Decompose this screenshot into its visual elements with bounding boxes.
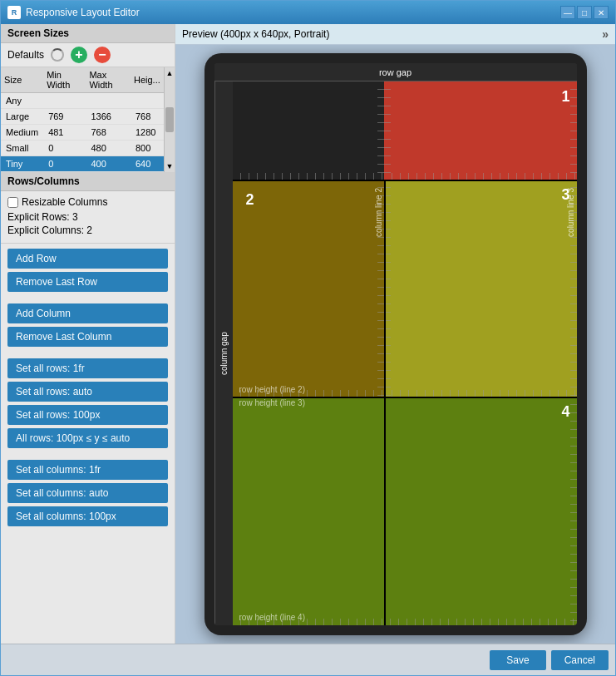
col-min-width[interactable]: Min Width: [43, 67, 86, 93]
preview-header: Preview (400px x 640px, Portrait) »: [175, 24, 615, 45]
remove-size-button[interactable]: −: [94, 47, 111, 63]
row-height-line3-label: row height (line 3): [239, 398, 305, 407]
bottom-ruler-cell4: [233, 619, 577, 625]
col-gap-bar: column gap: [214, 81, 233, 625]
col-line-2-label: column line 2: [374, 188, 383, 237]
cancel-button[interactable]: Cancel: [551, 650, 609, 670]
remove-last-row-button[interactable]: Remove Last Row: [7, 272, 168, 292]
screen-sizes-header: Screen Sizes: [1, 24, 175, 43]
right-ruler-cell4: [570, 397, 577, 625]
set-rows-auto-button[interactable]: Set all rows: auto: [7, 382, 168, 402]
save-button[interactable]: Save: [490, 650, 545, 670]
row-gap-bar: row gap: [214, 63, 577, 81]
set-rows-1fr-button[interactable]: Set all rows: 1fr: [7, 358, 168, 378]
table-row[interactable]: Tiny0400640: [1, 156, 164, 172]
resizable-columns-row: Resizable Columns: [7, 196, 168, 208]
scroll-thumb[interactable]: [165, 107, 174, 132]
explicit-columns-text: Explicit Columns: 2: [7, 225, 168, 236]
screen-sizes-table: Size Min Width Max Width Heig... AnyLarg…: [1, 67, 164, 172]
col-height[interactable]: Heig...: [131, 67, 164, 93]
defaults-label: Defaults: [7, 49, 44, 61]
bottom-ruler-cell3: [384, 390, 577, 397]
app-icon: R: [7, 6, 21, 19]
screen-inner: row gap column gap: [214, 63, 577, 625]
set-cols-100px-button[interactable]: Set all columns: 100px: [7, 506, 168, 526]
left-panel: Screen Sizes Defaults + − Size Min Width…: [1, 24, 175, 644]
cell-2-number: 2: [239, 185, 261, 215]
bottom-bar: Save Cancel: [1, 644, 615, 675]
set-cols-auto-button[interactable]: Set all columns: auto: [7, 483, 168, 503]
device-frame: row gap column gap: [205, 53, 587, 635]
right-ruler-header: [377, 81, 384, 180]
maximize-button[interactable]: □: [577, 6, 592, 19]
title-bar: R Responsive Layout Editor — □ ✕: [1, 1, 615, 24]
resizable-columns-checkbox[interactable]: [7, 197, 18, 208]
preview-title: Preview (400px x 640px, Portrait): [182, 28, 329, 40]
bottom-ruler-header: [233, 173, 384, 180]
row-line-2: [233, 180, 577, 181]
scrollbar[interactable]: ▲ ▼: [164, 67, 175, 172]
row-gap-label: row gap: [379, 67, 411, 77]
scroll-up-icon[interactable]: ▲: [165, 69, 173, 77]
table-row[interactable]: Large7691366768: [1, 109, 164, 125]
bottom-ruler-cell2: [233, 390, 384, 397]
header-left: [233, 81, 384, 180]
col-gap-label: column gap: [219, 332, 229, 375]
table-row[interactable]: Small0480800: [1, 141, 164, 156]
left-ruler-cell1: [384, 81, 391, 180]
remove-last-column-button[interactable]: Remove Last Column: [7, 327, 168, 347]
close-button[interactable]: ✕: [594, 6, 609, 19]
grid-cell-1[interactable]: 1: [384, 81, 577, 180]
right-panel: Preview (400px x 640px, Portrait) » row …: [175, 24, 615, 644]
grid-cell-2[interactable]: 2 row height (line 2): [233, 180, 384, 397]
set-rows-100px-button[interactable]: Set all rows: 100px: [7, 405, 168, 425]
all-rows-minmax-button[interactable]: All rows: 100px ≤ y ≤ auto: [7, 428, 168, 448]
col-max-width[interactable]: Max Width: [86, 67, 131, 93]
main-window: R Responsive Layout Editor — □ ✕ Screen …: [0, 0, 616, 676]
minimize-button[interactable]: —: [560, 6, 575, 19]
resizable-columns-label: Resizable Columns: [22, 196, 107, 208]
column-line-dashed: [384, 397, 386, 625]
col-size[interactable]: Size: [1, 67, 43, 93]
explicit-rows-text: Explicit Rows: 3: [7, 211, 168, 223]
rows-columns-section: Rows/Columns Resizable Columns Explicit …: [1, 172, 175, 244]
right-ruler-cell1: [570, 81, 577, 180]
spinner-icon: [51, 48, 64, 62]
buttons-section: Add Row Remove Last Row Add Column Remov…: [1, 244, 175, 531]
grid-cell-3[interactable]: 3 column line 2 column line 3: [384, 180, 577, 397]
table-container: Size Min Width Max Width Heig... AnyLarg…: [1, 67, 175, 172]
window-title: Responsive Layout Editor: [26, 7, 140, 18]
rows-columns-header: Rows/Columns: [1, 172, 175, 191]
collapse-button[interactable]: »: [602, 27, 609, 41]
add-row-button[interactable]: Add Row: [7, 249, 168, 269]
device-screen: row gap column gap: [214, 63, 577, 625]
defaults-row: Defaults + −: [1, 43, 175, 67]
scroll-down-icon[interactable]: ▼: [165, 162, 173, 170]
grid-area: 1: [233, 81, 577, 625]
bottom-ruler-cell1: [384, 173, 577, 180]
set-cols-1fr-button[interactable]: Set all columns: 1fr: [7, 460, 168, 480]
add-size-button[interactable]: +: [71, 47, 87, 63]
preview-area: row gap column gap: [175, 45, 615, 644]
col-line-3-label: column line 3: [566, 188, 575, 237]
table-row[interactable]: Any: [1, 93, 164, 109]
row-line-3: [233, 397, 577, 398]
table-row[interactable]: Medium4817681280: [1, 125, 164, 141]
add-column-button[interactable]: Add Column: [7, 303, 168, 323]
main-content: Screen Sizes Defaults + − Size Min Width…: [1, 24, 615, 644]
grid-cell-4[interactable]: 4 row height (line 3) row height (line 4…: [233, 397, 577, 625]
